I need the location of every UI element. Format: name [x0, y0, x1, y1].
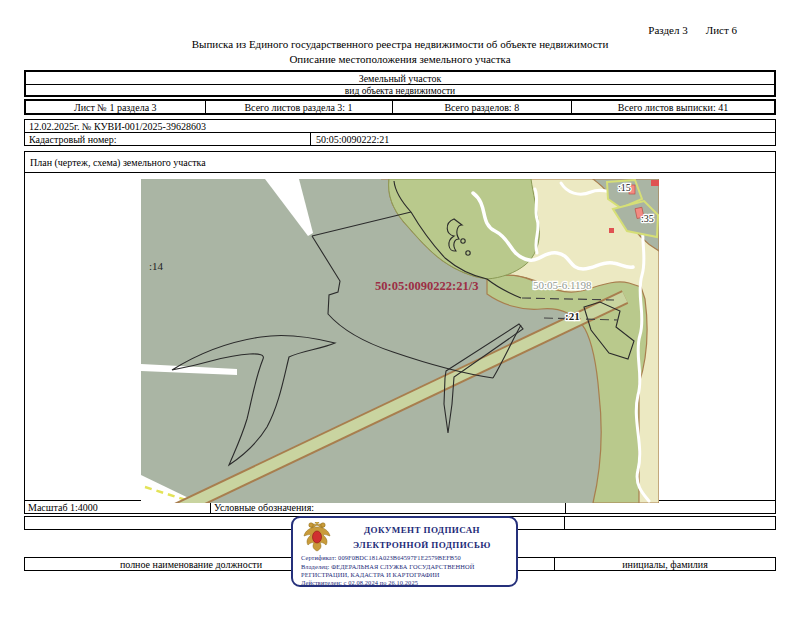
stamp-line1: ДОКУМЕНТ ПОДПИСАН: [333, 525, 511, 535]
object-kind-table: Земельный участок вид объекта недвижимос…: [24, 70, 776, 97]
name-label-cell: инициалы, фамилия: [555, 558, 775, 570]
electronic-signature-stamp: ДОКУМЕНТ ПОДПИСАН ЭЛЕКТРОННОЙ ПОДПИСЬЮ С…: [291, 516, 518, 587]
land-plot-map: :14 50:05:0090222:21/3 50:05-6.1198 :21 …: [141, 179, 659, 503]
stamp-validity: Действителен: с 02.08.2024 по 26.10.2025: [301, 579, 513, 588]
coat-of-arms-icon: [302, 522, 332, 554]
map-label-parcel21: :21: [565, 310, 580, 322]
cadastral-label: Кадастровый номер:: [25, 133, 311, 146]
map-label-parcel35: :35: [641, 213, 654, 224]
stamp-owner1: Владелец: ФЕДЕРАЛЬНАЯ СЛУЖБА ГОСУДАРСТВЕ…: [301, 563, 513, 572]
sheet-label: Лист 6: [706, 24, 737, 36]
map-label-parcel15: :15: [618, 182, 631, 193]
document-subtitle: Описание местоположения земельного участ…: [0, 53, 800, 65]
map-label-zone: 50:05-6.1198: [533, 279, 592, 291]
object-kind: Земельный участок: [26, 72, 774, 85]
sheet-counters-row: Лист № 1 раздела 3 Всего листов раздела …: [24, 99, 776, 115]
document-page: Раздел 3 Лист 6 Выписка из Единого госуд…: [0, 0, 800, 618]
building-icon: [609, 228, 614, 233]
cadastral-number: 50:05:0090222:21: [311, 133, 775, 146]
sheet-number-cell: Лист № 1 раздела 3: [26, 101, 206, 113]
map-svg: :14 50:05:0090222:21/3 50:05-6.1198 :21 …: [141, 179, 659, 503]
doc-date-number: 12.02.2025г. № КУВИ-001/2025-39628603: [25, 120, 775, 133]
total-sheets-section-cell: Всего листов раздела 3: 1: [206, 101, 393, 113]
header-section-sheet: Раздел 3 Лист 6: [648, 24, 737, 36]
stamp-line2: ЭЛЕКТРОННОЙ ПОДПИСЬЮ: [333, 540, 511, 550]
document-title: Выписка из Единого государственного реес…: [0, 38, 800, 50]
object-kind-caption: вид объекта недвижимости: [26, 85, 774, 96]
stamp-certificate: Сертификат: 009F0BDC181A023B64597F1E2579…: [301, 554, 513, 563]
plan-title: План (чертеж, схема) земельного участка: [25, 152, 775, 173]
total-sections-cell: Всего разделов: 8: [393, 101, 573, 113]
total-sheets-extract-cell: Всего листов выписки: 41: [572, 101, 774, 113]
section-label: Раздел 3: [648, 24, 687, 36]
map-label-parcel14: :14: [149, 260, 164, 272]
map-label-main-parcel: 50:05:0090222:21/3: [375, 279, 478, 293]
building-icon: [651, 180, 659, 186]
doc-number-table: 12.02.2025г. № КУВИ-001/2025-39628603 Ка…: [24, 119, 776, 146]
